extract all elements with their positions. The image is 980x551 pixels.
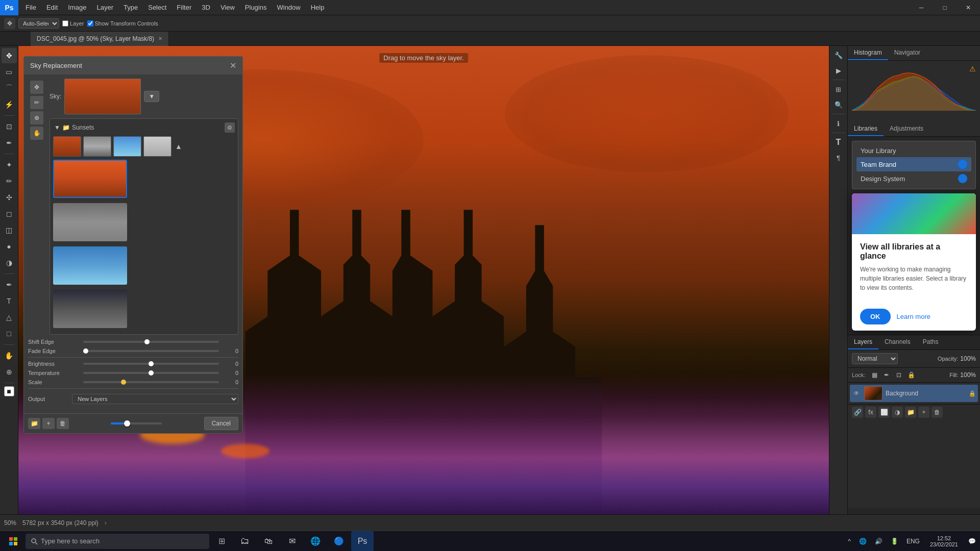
menu-edit[interactable]: Edit: [41, 0, 63, 15]
timeline-icon[interactable]: ▶: [831, 63, 846, 78]
lock-pixels-icon[interactable]: ▦: [869, 370, 879, 380]
menu-view[interactable]: View: [215, 0, 240, 15]
task-view-button[interactable]: ⊞: [210, 531, 233, 552]
create-adjustment-layer-icon[interactable]: ◑: [892, 407, 903, 418]
dodge-tool[interactable]: ◑: [2, 255, 17, 270]
link-layers-icon[interactable]: 🔗: [852, 407, 863, 418]
sky-move-tool[interactable]: ✥: [30, 81, 43, 94]
create-group-icon[interactable]: 📁: [905, 407, 916, 418]
sky-large-thumb-4[interactable]: [53, 290, 127, 328]
design-system-item[interactable]: Design System 👤: [856, 171, 971, 186]
type-icon[interactable]: T: [831, 135, 846, 149]
sky-scroll-up-icon[interactable]: ▲: [174, 136, 184, 157]
type-tool[interactable]: T: [2, 293, 17, 309]
tray-battery-icon[interactable]: 🔋: [889, 538, 900, 545]
pen-tool[interactable]: ✒: [2, 277, 17, 292]
menu-help[interactable]: Help: [306, 0, 330, 15]
tool-preset-icon[interactable]: 🔧: [831, 48, 846, 62]
sky-hand-tool[interactable]: ✋: [30, 127, 43, 140]
menu-plugins[interactable]: Plugins: [240, 0, 272, 15]
system-clock[interactable]: 12:52 23/02/2021: [926, 535, 962, 547]
blur-tool[interactable]: ●: [2, 239, 17, 254]
sky-settings-icon[interactable]: ⚙: [225, 122, 235, 133]
arrange-icon[interactable]: ⊞: [831, 82, 846, 96]
spot-heal-tool[interactable]: ✦: [2, 157, 17, 172]
notification-icon[interactable]: 💬: [966, 538, 978, 545]
hand-tool[interactable]: ✋: [2, 348, 17, 363]
lock-artboards-icon[interactable]: ⊡: [894, 370, 904, 380]
eraser-tool[interactable]: ◻: [2, 206, 17, 221]
tab-layers[interactable]: Layers: [848, 335, 878, 349]
tab-paths[interactable]: Paths: [917, 335, 945, 349]
fade-edge-slider[interactable]: [83, 350, 219, 352]
lock-position-icon[interactable]: ✒: [881, 370, 892, 380]
layer-visibility-icon[interactable]: 👁: [852, 389, 861, 398]
path-select-tool[interactable]: △: [2, 310, 17, 325]
sky-thumb-1[interactable]: [53, 136, 81, 157]
doc-tab[interactable]: DSC_0045.jpg @ 50% (Sky, Layer Mask/8) ✕: [31, 32, 169, 46]
menu-3d[interactable]: 3D: [197, 0, 215, 15]
tool-preset-btn[interactable]: ✥: [4, 18, 15, 29]
sky-dialog-close-icon[interactable]: ✕: [230, 61, 236, 70]
blend-mode-select[interactable]: Normal: [852, 353, 898, 364]
mail-button[interactable]: ✉: [281, 531, 303, 552]
magic-wand-tool[interactable]: ⚡: [2, 97, 17, 112]
maximize-button[interactable]: □: [933, 0, 957, 15]
brightness-slider[interactable]: [83, 363, 219, 365]
opacity-value[interactable]: 100%: [960, 355, 976, 362]
menu-image[interactable]: Image: [63, 0, 91, 15]
sky-folder-btn[interactable]: 📁: [28, 418, 40, 429]
menu-window[interactable]: Window: [272, 0, 305, 15]
paragraph-icon[interactable]: ¶: [831, 151, 846, 165]
tab-navigator[interactable]: Navigator: [888, 46, 926, 60]
move-tool[interactable]: ✥: [2, 48, 17, 63]
tab-histogram[interactable]: Histogram: [848, 46, 888, 60]
your-library-item[interactable]: Your Library: [856, 144, 971, 157]
fill-value[interactable]: 100%: [960, 371, 976, 379]
sky-large-thumb-2[interactable]: [53, 203, 127, 241]
brush-tool[interactable]: ✏: [2, 173, 17, 189]
sky-brush-tool[interactable]: ✏: [30, 96, 43, 109]
gradient-tool[interactable]: ◫: [2, 222, 17, 238]
add-layer-style-icon[interactable]: fx: [865, 407, 876, 418]
menu-type[interactable]: Type: [118, 0, 143, 15]
background-layer-row[interactable]: 👁 Background 🔒: [850, 385, 978, 402]
foreground-color[interactable]: ■: [4, 386, 14, 396]
sky-large-thumb-1[interactable]: [53, 160, 127, 198]
delete-layer-icon[interactable]: 🗑: [932, 407, 943, 418]
tab-adjustments[interactable]: Adjustments: [884, 122, 929, 136]
sunsets-folder[interactable]: ▼ 📁 Sunsets: [53, 122, 95, 133]
eyedropper-tool[interactable]: ✒: [2, 135, 17, 151]
sky-dropdown-button[interactable]: ▼: [144, 91, 159, 102]
sky-large-thumb-3[interactable]: [53, 246, 127, 285]
create-layer-icon[interactable]: +: [918, 407, 929, 418]
start-button[interactable]: [2, 531, 24, 552]
popover-ok-button[interactable]: OK: [860, 309, 891, 324]
sky-delete-btn[interactable]: 🗑: [57, 418, 69, 429]
popover-learn-more-link[interactable]: Learn more: [897, 313, 930, 320]
menu-file[interactable]: File: [20, 0, 41, 15]
minimize-button[interactable]: ─: [910, 0, 933, 15]
select-rect-tool[interactable]: ▭: [2, 64, 17, 80]
sky-thumb-4[interactable]: [143, 136, 172, 157]
tab-channels[interactable]: Channels: [878, 335, 917, 349]
file-explorer-button[interactable]: 🗂: [234, 531, 256, 552]
clone-tool[interactable]: ✣: [2, 190, 17, 205]
lock-all-icon[interactable]: 🔒: [906, 370, 916, 380]
chrome-button[interactable]: 🔵: [328, 531, 350, 552]
tab-libraries[interactable]: Libraries: [848, 122, 884, 136]
more-info-btn[interactable]: ›: [105, 519, 107, 527]
sky-zoom-tool[interactable]: ⊕: [30, 111, 43, 124]
search-icon[interactable]: 🔍: [831, 97, 846, 112]
transform-checkbox[interactable]: [87, 20, 93, 27]
team-brand-item[interactable]: Team Brand 👤: [856, 157, 971, 171]
sky-dialog-header[interactable]: Sky Replacement ✕: [24, 57, 242, 74]
sky-output-select[interactable]: New Layers Duplicate Layer: [72, 394, 238, 404]
sky-cancel-button[interactable]: Cancel: [204, 417, 238, 430]
add-mask-icon[interactable]: ⬜: [878, 407, 890, 418]
close-button[interactable]: ✕: [957, 0, 980, 15]
tool-mode-select[interactable]: Auto-Select: [18, 18, 59, 29]
sky-add-btn[interactable]: +: [42, 418, 55, 429]
edge-button[interactable]: 🌐: [304, 531, 327, 552]
shape-tool[interactable]: □: [2, 326, 17, 341]
